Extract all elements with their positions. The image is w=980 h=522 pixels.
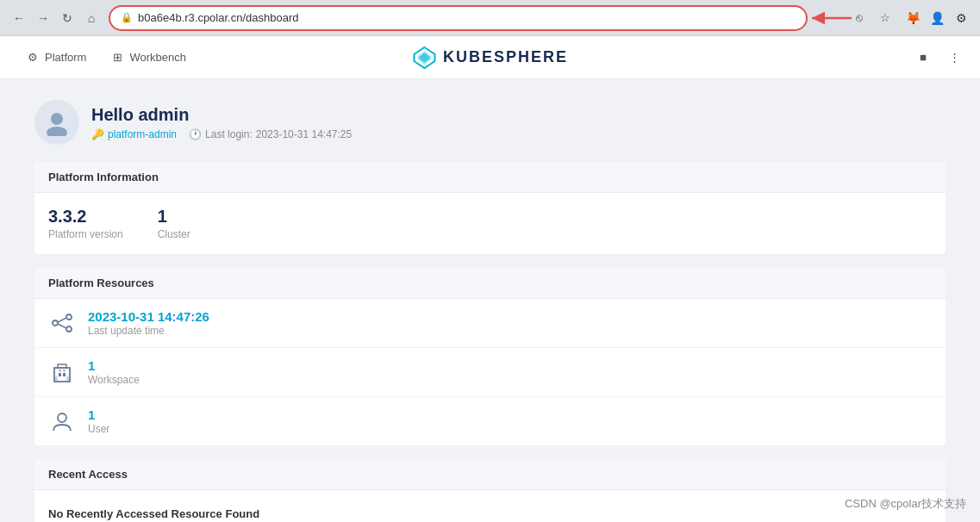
clock-icon: 🕐 [189, 128, 202, 140]
home-button[interactable]: ⌂ [81, 8, 102, 28]
url-text: b0a6e4b.r3.cpolar.cn/dashboard [138, 11, 796, 24]
avatar-icon [43, 109, 71, 136]
workbench-icon: ⊞ [110, 51, 124, 65]
user-meta: 🔑 platform-admin 🕐 Last login: 2023-10-3… [91, 128, 352, 140]
ext-gear-icon[interactable]: ⚙ [951, 8, 971, 28]
platform-information-card: Platform Information 3.3.2 Platform vers… [34, 162, 946, 254]
browser-actions: ⎋ ☆ [849, 8, 896, 28]
workspace-label: Workspace [88, 374, 140, 386]
workspace-details: 1 Workspace [88, 358, 140, 386]
browser-extensions: 🦊 👤 ⚙ [902, 8, 971, 28]
red-arrow-icon [810, 9, 853, 27]
main-content: Hello admin 🔑 platform-admin 🕐 Last logi… [0, 79, 980, 522]
platform-version-value: 3.3.2 [48, 207, 123, 227]
greeting-title: Hello admin [91, 105, 352, 125]
no-data-box: No Recently Accessed Resource Found You … [34, 490, 946, 522]
last-update-time-value: 2023-10-31 14:47:26 [88, 309, 209, 324]
svg-rect-18 [54, 376, 58, 382]
header-square-icon[interactable]: ■ [911, 46, 935, 70]
last-login: 🕐 Last login: 2023-10-31 14:47:25 [189, 128, 352, 140]
star-button[interactable]: ☆ [875, 8, 896, 28]
platform-gear-icon: ⚙ [26, 51, 40, 65]
platform-info-header: Platform Information [34, 162, 946, 193]
svg-point-8 [66, 314, 72, 320]
svg-rect-13 [58, 364, 66, 368]
recent-access-card: Recent Access No Recently Accessed Resou… [34, 459, 946, 522]
platform-info-body: 3.3.2 Platform version 1 Cluster [34, 193, 946, 254]
browser-chrome: ← → ↻ ⌂ 🔒 b0a6e4b.r3.cpolar.cn/dashboard… [0, 0, 980, 36]
refresh-button[interactable]: ↻ [57, 8, 78, 28]
platform-nav-label: Platform [45, 51, 86, 64]
network-icon [51, 312, 73, 334]
browser-nav: ← → ↻ ⌂ [9, 8, 102, 28]
platform-version-label: Platform version [48, 228, 123, 240]
lock-icon: 🔒 [121, 12, 133, 23]
address-bar[interactable]: 🔒 b0a6e4b.r3.cpolar.cn/dashboard [109, 5, 808, 31]
resource-workspace-item: 1 Workspace [34, 348, 946, 397]
header-right: ■ ⋮ [911, 46, 966, 70]
user-resource-icon [48, 407, 76, 435]
update-time-details: 2023-10-31 14:47:26 Last update time [88, 309, 209, 337]
last-login-time: 2023-10-31 14:47:25 [256, 128, 352, 140]
kubesphere-logo-text: KUBESPHERE [443, 48, 568, 66]
svg-point-9 [66, 326, 72, 332]
platform-cluster-item: 1 Cluster [158, 207, 190, 240]
resource-update-time-item: 2023-10-31 14:47:26 Last update time [34, 299, 946, 348]
user-role: 🔑 platform-admin [91, 128, 177, 140]
app-header: ⚙ Platform ⊞ Workbench KUBESPHERE ■ ⋮ [0, 36, 980, 79]
building-icon [51, 361, 73, 383]
user-info: Hello admin 🔑 platform-admin 🕐 Last logi… [91, 105, 352, 140]
platform-resources-card: Platform Resources 2023-10-31 14:47:26 L… [34, 268, 946, 445]
user-greeting: Hello admin 🔑 platform-admin 🕐 Last logi… [34, 100, 946, 145]
header-nav: ⚙ Platform ⊞ Workbench [14, 36, 198, 79]
kubesphere-logo-icon [412, 46, 436, 70]
svg-rect-19 [66, 376, 70, 382]
svg-rect-14 [59, 373, 61, 376]
platform-version-item: 3.3.2 Platform version [48, 207, 123, 240]
role-icon: 🔑 [91, 128, 104, 140]
user-resource-value: 1 [88, 407, 109, 422]
forward-button[interactable]: → [33, 8, 53, 28]
svg-point-20 [58, 413, 66, 422]
workbench-nav-item[interactable]: ⊞ Workbench [98, 36, 198, 79]
workbench-nav-label: Workbench [129, 51, 186, 64]
svg-point-6 [47, 127, 67, 136]
back-button[interactable]: ← [9, 8, 29, 28]
platform-cluster-label: Cluster [158, 228, 190, 240]
svg-point-5 [51, 113, 63, 125]
ext-fox-icon[interactable]: 🦊 [902, 8, 923, 28]
workspace-icon [48, 358, 76, 386]
no-data-title: No Recently Accessed Resource Found [48, 507, 932, 520]
resource-user-item: 1 User [34, 397, 946, 445]
recent-access-header: Recent Access [34, 459, 946, 490]
svg-line-10 [58, 318, 66, 322]
last-login-label: Last login: [205, 128, 253, 140]
header-menu-icon[interactable]: ⋮ [942, 46, 966, 70]
platform-resources-header: Platform Resources [34, 268, 946, 299]
share-nodes-icon [48, 309, 76, 337]
role-label: platform-admin [108, 128, 177, 140]
user-avatar [34, 100, 79, 145]
platform-info-grid: 3.3.2 Platform version 1 Cluster [48, 207, 932, 240]
user-resource-label: User [88, 423, 109, 435]
svg-rect-16 [59, 370, 61, 372]
platform-nav-item[interactable]: ⚙ Platform [14, 36, 98, 79]
header-logo: KUBESPHERE [412, 46, 568, 70]
workspace-value: 1 [88, 358, 140, 373]
last-update-time-label: Last update time [88, 325, 209, 337]
person-icon [51, 410, 73, 432]
user-resource-details: 1 User [88, 407, 109, 435]
ext-user-icon[interactable]: 👤 [927, 8, 947, 28]
svg-rect-15 [63, 373, 66, 376]
svg-point-7 [53, 320, 58, 326]
watermark: CSDN @cpolar技术支持 [845, 496, 966, 512]
svg-rect-17 [63, 370, 66, 372]
svg-line-11 [58, 324, 66, 328]
platform-cluster-value: 1 [158, 207, 190, 227]
